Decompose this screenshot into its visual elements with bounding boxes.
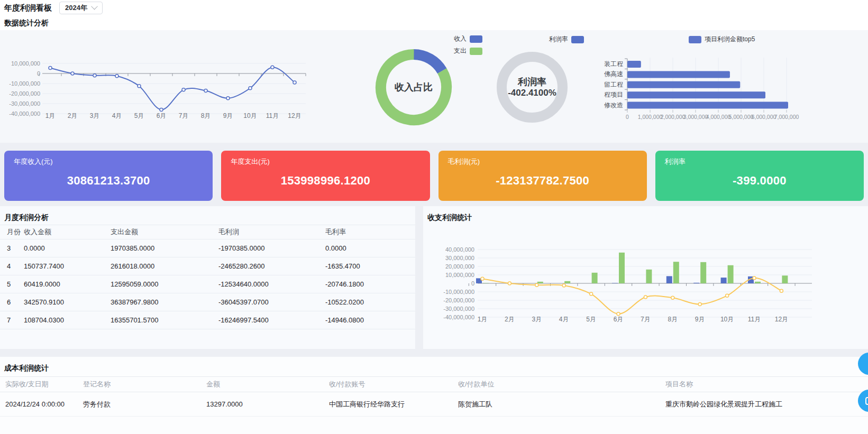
profit-rate-donut-chart: 利润率-402.4100% <box>493 48 571 126</box>
svg-text:2月: 2月 <box>505 316 515 323</box>
table-cell: 5 <box>0 275 24 293</box>
card-value: -123137782.7500 <box>448 174 637 188</box>
stat-card: 毛利润(元)-123137782.7500 <box>438 151 647 201</box>
svg-text:4,000,000: 4,000,000 <box>706 114 731 120</box>
svg-text:10月: 10月 <box>243 112 257 119</box>
table-cell: 0.0000 <box>24 239 111 257</box>
stat-card: 利润率-399.0000 <box>655 151 864 201</box>
svg-text:9月: 9月 <box>223 112 233 119</box>
table-cell: 342570.9100 <box>24 293 111 311</box>
svg-text:留工程: 留工程 <box>604 81 623 88</box>
svg-text:9月: 9月 <box>695 316 705 323</box>
table-row: 30.00001970385.0000-1970385.00000.0000 <box>0 239 415 257</box>
cost-profit-title: 成本利润统计 <box>0 364 868 373</box>
svg-text:0: 0 <box>471 280 474 287</box>
svg-text:12月: 12月 <box>288 112 301 119</box>
svg-text:-30,000,000: -30,000,000 <box>443 306 474 312</box>
svg-text:1月: 1月 <box>45 112 56 119</box>
table-cell: -1970385.0000 <box>218 239 325 257</box>
table-cell: 3 <box>0 239 24 257</box>
monthly-profit-panel: 月度利润分析 月份收入金额支出金额毛利润毛利率30.00001970385.00… <box>0 206 415 349</box>
table-cell: 150737.7400 <box>24 257 111 275</box>
svg-text:6月: 6月 <box>157 112 167 119</box>
legend-item[interactable]: 支出 <box>434 47 482 56</box>
legend-item[interactable]: 利润率 <box>545 35 584 44</box>
svg-text:收入占比: 收入占比 <box>395 82 433 93</box>
svg-text:-10,000,000: -10,000,000 <box>9 80 40 87</box>
svg-text:30,000,000: 30,000,000 <box>445 255 474 261</box>
legend-label: 收入 <box>454 34 467 43</box>
svg-text:10月: 10月 <box>720 316 734 323</box>
project-profit-top5-chart: 装工程佛高速留工程程项目修改造01,000,0002,000,0003,000,… <box>582 57 867 141</box>
svg-text:5,000,000: 5,000,000 <box>729 114 754 120</box>
table-cell: 中国工商银行经华路支行 <box>329 392 458 417</box>
legend-swatch <box>470 35 482 43</box>
svg-text:6,000,000: 6,000,000 <box>752 114 776 120</box>
legend-swatch <box>470 48 482 55</box>
svg-text:-20,000,000: -20,000,000 <box>9 90 40 97</box>
svg-text:3月: 3月 <box>532 316 542 323</box>
svg-text:0: 0 <box>37 70 40 77</box>
table-row: 2024/12/24 0:00:00劳务付款13297.0000中国工商银行经华… <box>0 392 868 417</box>
table-cell: 劳务付款 <box>83 392 206 417</box>
year-select[interactable]: 2024年 <box>59 2 103 14</box>
svg-text:4月: 4月 <box>112 112 122 119</box>
year-select-value: 2024年 <box>65 3 87 13</box>
svg-text:5月: 5月 <box>586 316 596 323</box>
stats-section-bar: 数据统计分析 <box>0 16 868 30</box>
column-header: 实际收/支日期 <box>0 377 83 392</box>
svg-text:0: 0 <box>626 114 629 120</box>
svg-text:20,000,000: 20,000,000 <box>445 263 474 270</box>
table-header-row: 实际收/支日期登记名称金额收/付款账号收/付款单位项目名称 <box>0 377 868 392</box>
legend-swatch <box>571 36 584 43</box>
card-value: 153998996.1200 <box>231 174 420 188</box>
table-cell: 60419.0000 <box>24 275 111 293</box>
table-cell: -10522.0200 <box>325 293 415 311</box>
table-cell: -16246997.5400 <box>218 311 325 329</box>
income-expense-panel: 收支利润统计 40,000,00030,000,00020,000,00010,… <box>423 206 868 349</box>
column-header: 金额 <box>206 377 329 392</box>
stats-charts-panel: 10,000,0000-10,000,000-20,000,000-30,000… <box>0 30 868 143</box>
income-expense-legend: 收入支出 <box>434 34 482 56</box>
column-header: 登记名称 <box>83 377 206 392</box>
monthly-profit-table: 月份收入金额支出金额毛利润毛利率30.00001970385.0000-1970… <box>0 225 415 329</box>
table-row: 7108704.030016355701.5700-16246997.5400-… <box>0 311 415 329</box>
svg-text:3,000,000: 3,000,000 <box>683 114 708 120</box>
chevron-down-icon <box>91 3 98 10</box>
svg-text:11月: 11月 <box>748 316 761 323</box>
table-cell: -20746.1800 <box>325 275 415 293</box>
table-cell: 陈贺施工队 <box>458 392 665 417</box>
legend-item[interactable]: 收入 <box>434 34 482 43</box>
table-cell: -14946.0800 <box>325 311 415 329</box>
income-expense-profit-chart: 40,000,00030,000,00020,000,00010,000,000… <box>423 221 868 344</box>
legend-swatch <box>689 36 701 43</box>
svg-text:8月: 8月 <box>201 112 211 119</box>
svg-text:-10,000,000: -10,000,000 <box>443 289 474 295</box>
svg-text:5月: 5月 <box>134 112 144 119</box>
svg-text:-20,000,000: -20,000,000 <box>443 297 474 303</box>
svg-text:7月: 7月 <box>179 112 189 119</box>
table-cell: 16355701.5700 <box>111 311 218 329</box>
column-header: 支出金额 <box>111 225 218 239</box>
cost-profit-table: 实际收/支日期登记名称金额收/付款账号收/付款单位项目名称2024/12/24 … <box>0 376 868 417</box>
middle-row: 月度利润分析 月份收入金额支出金额毛利润毛利率30.00001970385.00… <box>0 206 868 349</box>
table-cell: -1635.4700 <box>325 257 415 275</box>
profit-rate-legend: 利润率 <box>545 35 584 44</box>
top-header: 年度利润看板 2024年 <box>0 0 868 16</box>
card-value: -399.0000 <box>665 174 854 188</box>
column-header: 月份 <box>0 225 24 239</box>
card-label: 年度支出(元) <box>231 157 420 167</box>
card-value: 30861213.3700 <box>14 174 203 188</box>
svg-text:7,000,000: 7,000,000 <box>774 114 799 120</box>
svg-text:10,000,000: 10,000,000 <box>445 272 474 278</box>
table-cell: -36045397.0700 <box>218 293 325 311</box>
svg-text:利润率: 利润率 <box>517 77 546 87</box>
svg-text:-402.4100%: -402.4100% <box>508 88 556 98</box>
column-header: 项目名称 <box>665 377 868 392</box>
summary-cards-row: 年度收入(元)30861213.3700年度支出(元)153998996.120… <box>0 143 868 206</box>
legend-item[interactable]: 项目利润金额top5 <box>689 35 755 44</box>
table-cell: 7 <box>0 311 24 329</box>
table-row: 4150737.74002616018.0000-2465280.2600-16… <box>0 257 415 275</box>
svg-text:7月: 7月 <box>641 316 651 323</box>
table-cell: 12595059.0000 <box>111 275 218 293</box>
